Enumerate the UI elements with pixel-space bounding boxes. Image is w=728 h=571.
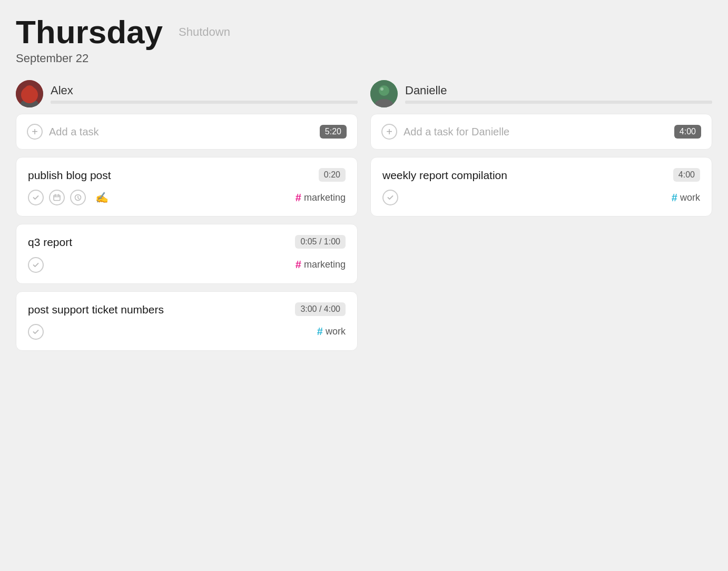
task-card-publish-blog: publish blog post 0:20 [16, 157, 358, 216]
user-header-alex: Alex [16, 80, 358, 107]
add-task-alex[interactable]: + Add a task 5:20 [16, 114, 358, 150]
columns-container: Alex + Add a task 5:20 publish blog post… [16, 80, 712, 358]
task-card-support-ticket: post support ticket numbers 3:00 / 4:00 … [16, 291, 358, 351]
user-name-danielle: Danielle [405, 84, 712, 97]
tag-work-weekly-report: # work [672, 192, 700, 204]
tag-work-support-ticket: # work [317, 326, 346, 338]
user-header-danielle: Danielle [370, 80, 712, 107]
add-task-time-danielle: 4:00 [674, 125, 701, 139]
tag-text-q3-report: marketing [304, 259, 346, 270]
task-top-support-ticket: post support ticket numbers 3:00 / 4:00 [28, 302, 346, 317]
task-top-publish-blog: publish blog post 0:20 [28, 168, 346, 182]
check-button-weekly-report[interactable] [382, 190, 398, 205]
calendar-button-publish-blog[interactable] [49, 190, 65, 205]
date-subtitle: September 22 [16, 52, 712, 65]
task-time-support-ticket: 3:00 / 4:00 [295, 302, 346, 316]
task-top-weekly-report: weekly report compilation 4:00 [382, 168, 700, 182]
task-bottom-publish-blog: ✍ # marketing [28, 190, 346, 205]
task-top-q3-report: q3 report 0:05 / 1:00 [28, 235, 346, 249]
avatar-alex [16, 80, 43, 107]
svg-rect-4 [54, 195, 60, 201]
task-title-weekly-report: weekly report compilation [382, 168, 667, 182]
tag-text-support-ticket: work [326, 326, 346, 337]
task-bottom-support-ticket: # work [28, 324, 346, 340]
add-task-label-alex: Add a task [49, 126, 313, 138]
task-actions-weekly-report [382, 190, 398, 205]
task-time-q3-report: 0:05 / 1:00 [295, 235, 346, 249]
tag-marketing-q3-report: # marketing [296, 259, 346, 271]
clock-button-publish-blog[interactable] [70, 190, 86, 205]
user-name-alex: Alex [51, 84, 358, 97]
tag-text-publish-blog: marketing [304, 192, 346, 203]
user-name-group-alex: Alex [51, 84, 358, 104]
svg-point-7 [379, 85, 389, 96]
task-title-publish-blog: publish blog post [28, 168, 312, 182]
task-actions-q3-report [28, 257, 44, 273]
svg-point-1 [24, 85, 35, 96]
header: Thursday Shutdown September 22 [16, 16, 712, 65]
task-title-q3-report: q3 report [28, 235, 289, 249]
task-bottom-q3-report: # marketing [28, 257, 346, 273]
day-label: Thursday [16, 16, 163, 48]
add-task-time-alex: 5:20 [320, 125, 347, 139]
tag-marketing-publish-blog: # marketing [296, 192, 346, 204]
user-name-group-danielle: Danielle [405, 84, 712, 104]
check-button-q3-report[interactable] [28, 257, 44, 273]
avatar-danielle [370, 80, 398, 107]
svg-point-3 [25, 88, 28, 91]
add-task-danielle[interactable]: + Add a task for Danielle 4:00 [370, 114, 712, 150]
plus-icon-alex: + [27, 124, 43, 140]
svg-point-9 [380, 87, 383, 91]
check-button-publish-blog[interactable] [28, 190, 44, 205]
task-bottom-weekly-report: # work [382, 190, 700, 205]
column-alex: Alex + Add a task 5:20 publish blog post… [16, 80, 358, 358]
task-card-weekly-report: weekly report compilation 4:00 # work [370, 157, 712, 216]
task-time-weekly-report: 4:00 [673, 168, 700, 182]
column-danielle: Danielle + Add a task for Danielle 4:00 … [370, 80, 712, 358]
task-time-publish-blog: 0:20 [319, 168, 346, 182]
check-button-support-ticket[interactable] [28, 324, 44, 340]
add-task-label-danielle: Add a task for Danielle [404, 126, 668, 138]
user-progress-bar-alex [51, 101, 358, 104]
shutdown-label: Shutdown [179, 26, 230, 38]
task-actions-publish-blog: ✍ [28, 190, 109, 205]
plus-icon-danielle: + [381, 124, 397, 140]
user-progress-bar-danielle [405, 101, 712, 104]
cursor-icon: ✍ [95, 191, 109, 204]
task-actions-support-ticket [28, 324, 44, 340]
tag-text-weekly-report: work [680, 192, 700, 203]
task-title-support-ticket: post support ticket numbers [28, 302, 289, 317]
task-card-q3-report: q3 report 0:05 / 1:00 # marketing [16, 224, 358, 283]
